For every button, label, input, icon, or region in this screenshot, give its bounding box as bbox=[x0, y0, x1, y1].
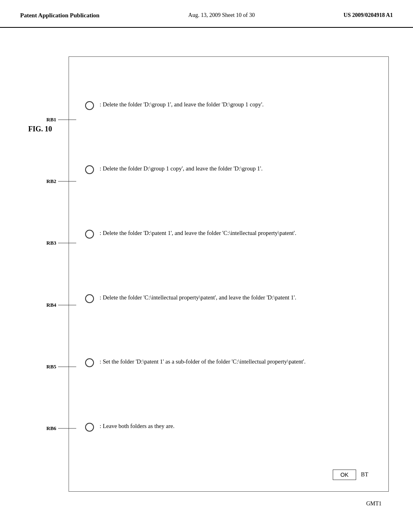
radio-button-rb2[interactable] bbox=[85, 165, 94, 174]
radio-button-rb3[interactable] bbox=[85, 230, 94, 239]
rb5-label: RB5 bbox=[46, 364, 56, 370]
list-item: : Leave both folders as they are. bbox=[85, 422, 376, 432]
ok-button[interactable]: OK bbox=[333, 470, 356, 480]
rb6-connector bbox=[58, 428, 76, 429]
radio-label-rb1: : Delete the folder 'D:\group 1', and le… bbox=[100, 100, 376, 109]
bt-label: BT bbox=[361, 472, 368, 478]
list-item: : Delete the folder D:\group 1 copy', an… bbox=[85, 164, 376, 174]
radio-button-rb1[interactable] bbox=[85, 101, 94, 110]
radio-button-rb5[interactable] bbox=[85, 358, 94, 367]
diagram-box: : Delete the folder 'D:\group 1', and le… bbox=[69, 56, 389, 492]
list-item: : Delete the folder 'C:\intellectual pro… bbox=[85, 293, 376, 303]
radio-button-rb4[interactable] bbox=[85, 294, 94, 303]
rb2-connector bbox=[58, 181, 76, 182]
publication-title: Patent Application Publication bbox=[20, 12, 100, 19]
rb2-label-group: RB2 bbox=[46, 178, 76, 185]
radio-label-rb6: : Leave both folders as they are. bbox=[100, 422, 376, 431]
patent-number: US 2009/0204918 A1 bbox=[344, 12, 393, 19]
ok-area: OK BT bbox=[333, 470, 368, 480]
rb2-label: RB2 bbox=[46, 178, 56, 185]
rb1-label: RB1 bbox=[46, 116, 56, 123]
rb5-label-group: RB5 bbox=[46, 364, 76, 370]
radio-label-rb5: : Set the folder 'D:\patent 1' as a sub-… bbox=[100, 357, 376, 366]
rb1-label-group: RB1 bbox=[46, 116, 76, 123]
radio-label-rb3: : Delete the folder 'D:\patent 1', and l… bbox=[100, 229, 376, 238]
rb4-label: RB4 bbox=[46, 302, 56, 308]
sheet-info: Aug. 13, 2009 Sheet 10 of 30 bbox=[188, 12, 255, 19]
rb6-label-group: RB6 bbox=[46, 425, 76, 432]
rb3-label-group: RB3 bbox=[46, 240, 76, 246]
rb4-connector bbox=[58, 305, 76, 305]
radio-group: : Delete the folder 'D:\group 1', and le… bbox=[85, 73, 376, 459]
list-item: : Delete the folder 'D:\patent 1', and l… bbox=[85, 229, 376, 239]
rb-labels-container: RB1 RB2 RB3 RB4 RB5 RB6 bbox=[46, 56, 76, 492]
radio-label-rb2: : Delete the folder D:\group 1 copy', an… bbox=[100, 164, 376, 173]
rb5-connector bbox=[58, 366, 76, 367]
list-item: : Delete the folder 'D:\group 1', and le… bbox=[85, 100, 376, 110]
radio-label-rb4: : Delete the folder 'C:\intellectual pro… bbox=[100, 293, 376, 302]
rb1-connector bbox=[58, 119, 76, 120]
list-item: : Set the folder 'D:\patent 1' as a sub-… bbox=[85, 357, 376, 367]
rb3-label: RB3 bbox=[46, 240, 56, 246]
page-header: Patent Application Publication Aug. 13, … bbox=[0, 0, 413, 28]
gmt1-label: GMT1 bbox=[366, 501, 382, 507]
rb4-label-group: RB4 bbox=[46, 302, 76, 308]
radio-button-rb6[interactable] bbox=[85, 423, 94, 432]
rb3-connector bbox=[58, 243, 76, 243]
rb6-label: RB6 bbox=[46, 425, 56, 432]
